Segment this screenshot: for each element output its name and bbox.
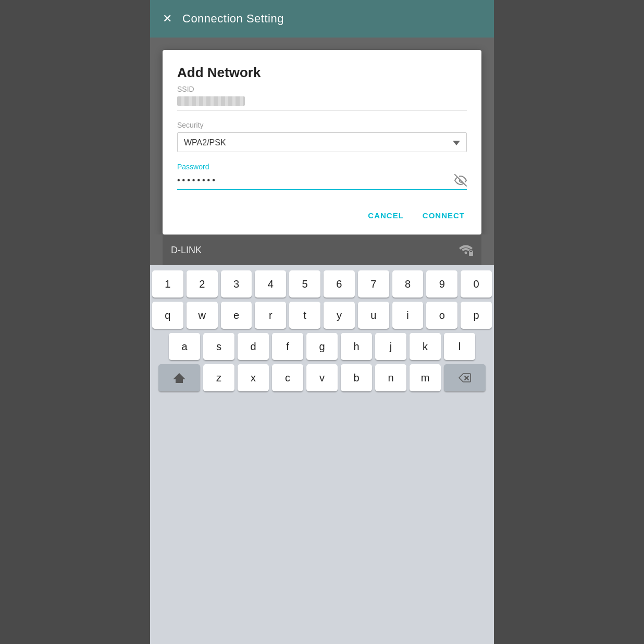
key-l[interactable]: l [444,333,475,360]
ssid-underline [177,110,467,110]
password-underline [177,189,467,190]
key-b[interactable]: b [341,364,372,391]
header-title: Connection Setting [182,12,284,26]
key-n[interactable]: n [375,364,406,391]
keyboard-asdfgh-row: a s d f g h j k l [152,333,492,360]
key-z[interactable]: z [203,364,234,391]
key-u[interactable]: u [358,302,389,329]
key-g[interactable]: g [306,333,338,360]
password-field[interactable]: •••••••• [177,174,467,189]
key-y[interactable]: y [324,302,355,329]
key-i[interactable]: i [392,302,424,329]
eye-slash-icon[interactable] [454,174,467,189]
security-dropdown[interactable]: WPA2/PSK [177,132,467,152]
key-s[interactable]: s [203,333,234,360]
key-0[interactable]: 0 [461,270,492,298]
key-2[interactable]: 2 [187,270,218,298]
ssid-field[interactable] [177,96,467,110]
key-q[interactable]: q [152,302,183,329]
key-1[interactable]: 1 [152,270,183,298]
key-t[interactable]: t [289,302,320,329]
ssid-blurred-value [177,96,245,106]
key-e[interactable]: e [221,302,252,329]
connect-button[interactable]: CONNECT [420,207,467,224]
key-w[interactable]: w [187,302,218,329]
dialog-title: Add Network [177,65,467,81]
svg-point-0 [465,252,467,254]
key-4[interactable]: 4 [255,270,286,298]
security-label: Security [177,121,467,129]
key-k[interactable]: k [410,333,441,360]
backspace-icon [459,373,471,382]
key-9[interactable]: 9 [426,270,457,298]
key-r[interactable]: r [255,302,286,329]
key-o[interactable]: o [426,302,457,329]
keyboard-number-row: 1 2 3 4 5 6 7 8 9 0 [152,270,492,298]
security-section: Security WPA2/PSK [177,121,467,152]
shift-key[interactable] [158,364,200,391]
svg-rect-2 [469,251,473,253]
key-d[interactable]: d [238,333,269,360]
password-dots: •••••••• [177,176,454,188]
wifi-lock-icon [459,244,473,256]
close-icon[interactable]: ✕ [163,12,172,26]
key-8[interactable]: 8 [392,270,424,298]
key-v[interactable]: v [306,364,338,391]
add-network-dialog: Add Network SSID Security WPA2/PSK Passw… [163,50,481,234]
key-c[interactable]: c [272,364,303,391]
network-name: D-LINK [171,245,202,256]
key-f[interactable]: f [272,333,303,360]
network-list: D-LINK [150,234,494,265]
keyboard-zxcvb-row: z x c v b n m [152,364,492,391]
backspace-key[interactable] [444,364,486,391]
key-5[interactable]: 5 [289,270,320,298]
keyboard: 1 2 3 4 5 6 7 8 9 0 q w e r t y u i o p … [150,265,494,644]
password-label: Password [177,163,467,171]
chevron-down-icon [453,141,460,145]
key-6[interactable]: 6 [324,270,355,298]
key-7[interactable]: 7 [358,270,389,298]
shift-icon [173,373,185,383]
dialog-buttons: CANCEL CONNECT [177,201,467,224]
security-value: WPA2/PSK [184,138,226,147]
password-section: Password •••••••• [177,163,467,190]
key-j[interactable]: j [375,333,406,360]
cancel-button[interactable]: CANCEL [366,207,406,224]
key-m[interactable]: m [410,364,441,391]
key-x[interactable]: x [238,364,269,391]
ssid-label: SSID [177,85,467,93]
dialog-background: Add Network SSID Security WPA2/PSK Passw… [150,38,494,234]
key-h[interactable]: h [341,333,372,360]
app-header: ✕ Connection Setting [150,0,494,38]
keyboard-qwerty-row: q w e r t y u i o p [152,302,492,329]
key-a[interactable]: a [169,333,200,360]
network-list-item[interactable]: D-LINK [163,234,481,265]
key-3[interactable]: 3 [221,270,252,298]
key-p[interactable]: p [461,302,492,329]
